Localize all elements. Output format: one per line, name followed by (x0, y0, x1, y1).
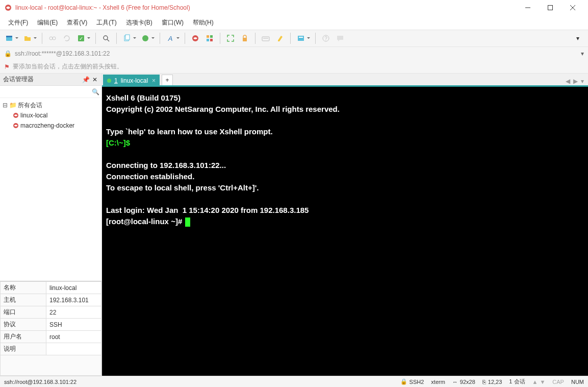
panel-close-icon[interactable]: ✕ (91, 76, 98, 83)
tab-close-icon[interactable]: × (152, 77, 156, 84)
menu-file[interactable]: 文件(F) (4, 16, 32, 29)
prop-label-host: 主机 (1, 294, 46, 306)
tab-linux-local[interactable]: 1 linux-local × (103, 75, 160, 87)
lock-button[interactable] (239, 32, 251, 44)
prop-proto: SSH (46, 319, 101, 331)
prev-tab-icon[interactable]: ◀ (566, 78, 570, 85)
svg-rect-23 (262, 37, 269, 41)
panel-title: 会话管理器 (3, 75, 82, 84)
search-icon[interactable]: 🔍 (92, 88, 99, 95)
svg-point-15 (142, 35, 148, 41)
tab-menu-icon[interactable]: ▾ (581, 78, 584, 85)
svg-rect-18 (207, 35, 209, 38)
properties-button[interactable]: ✓ (75, 32, 87, 44)
copy-button[interactable] (121, 32, 133, 44)
disconnect-button[interactable] (46, 32, 59, 44)
tools-button[interactable] (295, 32, 307, 44)
tree-item-label: linux-local (20, 112, 47, 119)
svg-rect-22 (243, 38, 247, 41)
app-icon (4, 4, 12, 12)
svg-rect-19 (210, 35, 213, 38)
font-button[interactable]: A (164, 32, 176, 44)
reconnect-button[interactable] (61, 32, 73, 44)
main-area: 1 linux-local × + ◀ ▶ ▾ Xshell 6 (Build … (102, 74, 588, 376)
session-search-input[interactable] (2, 87, 92, 96)
maximize-button[interactable] (539, 1, 561, 15)
tip-text: 要添加当前会话，点击左侧的箭头按钮。 (13, 62, 123, 71)
svg-point-11 (104, 36, 108, 40)
prop-name: linux-local (46, 282, 101, 294)
menu-window[interactable]: 窗口(W) (158, 16, 188, 29)
address-text[interactable]: ssh://root:******@192.168.3.101:22 (15, 50, 578, 57)
terminal-prompt: [C:\~]$ (106, 138, 130, 147)
cursor-icon (185, 217, 190, 227)
prop-label-proto: 协议 (1, 319, 46, 331)
status-ssh: SSH2 (410, 379, 424, 385)
tree-item-macrozheng-docker[interactable]: macrozheng-docker (1, 120, 100, 131)
tip-bar: ⚑ 要添加当前会话，点击左侧的箭头按钮。 (0, 60, 588, 74)
close-button[interactable] (561, 1, 584, 15)
menu-tab[interactable]: 选项卡(B) (122, 16, 157, 29)
toolbar: ✓ A ? ▾ (0, 30, 588, 47)
tree-root[interactable]: ⊟ 📁 所有会话 (1, 100, 100, 110)
menu-tools[interactable]: 工具(T) (92, 16, 120, 29)
svg-text:A: A (168, 35, 173, 42)
svg-rect-26 (299, 37, 303, 38)
search-button[interactable] (100, 32, 112, 44)
svg-text:?: ? (324, 36, 327, 41)
help-button[interactable]: ? (320, 32, 332, 44)
tab-bar: 1 linux-local × + ◀ ▶ ▾ (102, 74, 588, 87)
highlight-button[interactable] (274, 32, 286, 44)
prop-desc (46, 343, 101, 355)
open-folder-button[interactable] (21, 32, 34, 44)
svg-rect-21 (210, 39, 213, 41)
up-icon[interactable]: ▲ (532, 379, 538, 385)
chat-button[interactable] (334, 32, 346, 44)
prop-host: 192.168.3.101 (46, 294, 101, 306)
prop-label-desc: 说明 (1, 343, 46, 355)
svg-rect-25 (298, 36, 304, 41)
menu-view[interactable]: 查看(V) (63, 16, 91, 29)
script-button[interactable] (139, 32, 151, 44)
down-icon[interactable]: ▼ (540, 379, 545, 385)
collapse-icon[interactable]: ⊟ (2, 102, 8, 109)
keyboard-button[interactable] (260, 32, 272, 44)
menu-edit[interactable]: 编辑(E) (33, 16, 62, 29)
title-bar: linux-local - root@local-linux:~ - Xshel… (0, 0, 588, 15)
status-size: 92x28 (460, 379, 475, 385)
lock-icon: 🔒 (400, 378, 407, 385)
properties-grid: 名称linux-local 主机192.168.3.101 端口22 协议SSH… (0, 281, 101, 376)
flag-icon: ⚑ (4, 63, 10, 70)
fullscreen-button[interactable] (224, 32, 237, 44)
session-tree[interactable]: ⊟ 📁 所有会话 linux-local macrozheng-docker (0, 98, 101, 281)
grid-icon[interactable] (203, 32, 216, 44)
toolbar-overflow[interactable]: ▾ (572, 32, 584, 44)
tab-label: linux-local (121, 77, 148, 84)
svg-rect-6 (6, 36, 12, 37)
tree-item-linux-local[interactable]: linux-local (1, 110, 100, 120)
xshell-icon[interactable] (189, 32, 201, 44)
svg-rect-2 (548, 6, 553, 10)
prop-label-name: 名称 (1, 282, 46, 294)
svg-rect-20 (207, 39, 209, 41)
prop-port: 22 (46, 306, 101, 319)
next-tab-icon[interactable]: ▶ (573, 78, 578, 85)
size-icon: ↔ (452, 379, 458, 385)
new-tab-button[interactable]: + (162, 75, 173, 86)
new-session-button[interactable] (3, 32, 15, 44)
svg-point-7 (49, 37, 53, 40)
menu-help[interactable]: 帮助(H) (189, 16, 218, 29)
address-bar: 🔒 ssh://root:******@192.168.3.101:22 ▾ (0, 47, 588, 60)
terminal[interactable]: Xshell 6 (Build 0175) Copyright (c) 2002… (102, 87, 588, 376)
minimize-button[interactable] (517, 1, 539, 15)
prop-label-port: 端口 (1, 306, 46, 319)
address-dropdown[interactable]: ▾ (581, 50, 584, 57)
folder-icon: 📁 (9, 102, 17, 109)
svg-point-8 (53, 37, 56, 40)
session-icon (12, 112, 19, 119)
pin-icon[interactable]: 📌 (82, 76, 89, 83)
prop-user: root (46, 331, 101, 343)
status-sessions: 1 会话 (509, 378, 525, 385)
tree-item-label: macrozheng-docker (20, 122, 74, 129)
status-cap: CAP (552, 379, 564, 385)
